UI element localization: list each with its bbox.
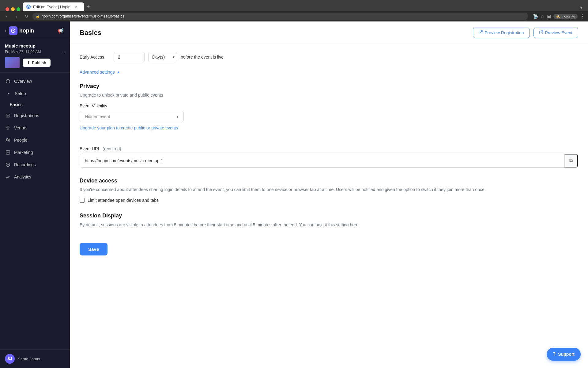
preview-event-button[interactable]: Preview Event (533, 28, 578, 38)
event-date: Fri, May 27, 11:00 AM ··· (5, 50, 65, 54)
sidebar-item-analytics[interactable]: Analytics (0, 171, 70, 183)
analytics-icon (5, 174, 11, 180)
incognito-badge: 🕵 Incognito (553, 14, 578, 19)
advanced-settings-label: Advanced settings (80, 70, 115, 75)
event-url-label: Event URL (required) (80, 146, 578, 151)
event-thumbnail: ⬆ Publish (5, 57, 65, 68)
maximize-window-button[interactable] (17, 7, 20, 11)
event-url-input[interactable] (80, 155, 564, 167)
overview-icon (5, 78, 11, 84)
sidebar-nav: Overview ▾ Setup Basics Registrations (0, 73, 70, 349)
venue-icon (5, 125, 11, 131)
security-icon: 🔒 (36, 14, 40, 18)
people-label: People (14, 138, 28, 143)
tab-favicon (26, 5, 31, 9)
bookmark-icon[interactable]: ☆ (541, 14, 545, 19)
main-content: Basics Preview Registration Preview Even… (70, 21, 588, 368)
publish-icon: ⬆ (27, 60, 30, 65)
main-header: Basics Preview Registration Preview Even… (70, 21, 588, 43)
toolbar-icons: 📡 ☆ ▣ 🕵 Incognito ⋮ (533, 13, 585, 19)
session-display-section: Session Display By default, sessions are… (80, 213, 578, 228)
main-body: Early Access Day(s) Hour(s) Week(s) befo… (70, 43, 588, 368)
registrations-icon (5, 113, 11, 119)
sidebar-item-people[interactable]: People (0, 134, 70, 146)
visibility-selected: Hidden event (85, 114, 110, 119)
browser-tabs: Edit an Event | Hopin ✕ + ▾ (0, 0, 588, 11)
sidebar-item-setup[interactable]: ▾ Setup (0, 87, 70, 100)
notification-button[interactable]: 📢 (56, 26, 65, 35)
early-access-input[interactable] (114, 52, 145, 62)
svg-point-5 (8, 127, 9, 128)
event-url-section: Event URL (required) ⧉ (80, 146, 578, 168)
privacy-desc: Upgrade to unlock private and public eve… (80, 92, 578, 98)
close-window-button[interactable] (6, 7, 9, 11)
registrations-label: Registrations (14, 113, 39, 118)
user-avatar: SJ (5, 354, 15, 364)
event-name: Music meetup (5, 43, 65, 48)
tab-close-button[interactable]: ✕ (74, 5, 78, 9)
extension-icon[interactable]: ▣ (547, 14, 551, 19)
support-button[interactable]: ? Support (547, 348, 581, 361)
setup-submenu: Basics (0, 100, 70, 109)
browser-menu-button[interactable]: ⋮ (580, 13, 585, 19)
advanced-settings-toggle[interactable]: Advanced settings ▲ (80, 70, 578, 75)
visibility-chevron-icon: ▾ (176, 114, 179, 119)
hopin-logo: hopin (9, 26, 34, 35)
device-access-desc: If you're concerned about attendees shar… (80, 186, 578, 193)
publish-button[interactable]: ⬆ Publish (23, 59, 51, 67)
svg-point-3 (6, 79, 10, 83)
browser-chrome: Edit an Event | Hopin ✕ + ▾ ‹ › ↻ 🔒 hopi… (0, 0, 588, 21)
sidebar-user: SJ Sarah Jonas (0, 349, 70, 368)
limit-devices-label[interactable]: Limit attendee open devices and tabs (88, 198, 159, 203)
session-display-title: Session Display (80, 213, 578, 219)
copy-url-button[interactable]: ⧉ (564, 154, 578, 167)
tab-title: Edit an Event | Hopin (33, 5, 70, 9)
recordings-icon (5, 162, 11, 168)
event-info: Music meetup Fri, May 27, 11:00 AM ··· ⬆… (0, 39, 70, 73)
reload-button[interactable]: ↻ (23, 13, 30, 20)
device-access-section: Device access If you're concerned about … (80, 178, 578, 203)
upgrade-link[interactable]: Upgrade your plan to create public or pr… (80, 125, 178, 130)
limit-devices-checkbox[interactable] (80, 198, 85, 203)
analytics-label: Analytics (14, 174, 31, 179)
svg-point-2 (13, 30, 14, 31)
sidebar-item-basics[interactable]: Basics (10, 100, 70, 109)
support-icon: ? (553, 351, 556, 357)
address-bar[interactable]: 🔒 hopin.com/organisers/events/music-meet… (32, 13, 528, 20)
svg-rect-4 (6, 114, 10, 117)
early-access-unit-select[interactable]: Day(s) Hour(s) Week(s) (148, 52, 177, 62)
sidebar-item-overview[interactable]: Overview (0, 75, 70, 87)
privacy-section: Privacy Upgrade to unlock private and pu… (80, 83, 578, 136)
sidebar-item-venue[interactable]: Venue (0, 122, 70, 134)
device-access-checkbox-row: Limit attendee open devices and tabs (80, 198, 578, 203)
external-link-2-icon (539, 30, 543, 35)
save-button[interactable]: Save (80, 243, 107, 255)
tab-list-button[interactable]: ▾ (578, 4, 585, 11)
page-title: Basics (80, 29, 101, 37)
sidebar-item-marketing[interactable]: Marketing (0, 146, 70, 159)
event-image (5, 57, 20, 68)
minimize-window-button[interactable] (11, 7, 15, 11)
external-link-icon (479, 30, 483, 35)
event-options-button[interactable]: ··· (62, 50, 65, 54)
sidebar-back-button[interactable]: ‹ (5, 28, 6, 33)
browser-tab[interactable]: Edit an Event | Hopin ✕ (23, 2, 84, 11)
device-access-title: Device access (80, 178, 578, 184)
sidebar-item-registrations[interactable]: Registrations (0, 109, 70, 122)
cast-icon[interactable]: 📡 (533, 14, 538, 19)
marketing-icon (5, 149, 11, 155)
browser-toolbar: ‹ › ↻ 🔒 hopin.com/organisers/events/musi… (0, 11, 588, 21)
early-access-unit-wrapper: Day(s) Hour(s) Week(s) (148, 52, 177, 62)
preview-registration-button[interactable]: Preview Registration (473, 28, 530, 38)
visibility-label: Event Visibility (80, 103, 578, 108)
app-layout: ‹ hopin 📢 Music meetup Fri, May 27, 11:0… (0, 21, 588, 368)
setup-chevron-icon: ▾ (6, 90, 12, 97)
forward-button[interactable]: › (13, 13, 20, 20)
recordings-label: Recordings (14, 162, 36, 167)
privacy-title: Privacy (80, 83, 578, 90)
sidebar-item-recordings[interactable]: Recordings (0, 159, 70, 171)
visibility-select[interactable]: Hidden event ▾ (80, 111, 184, 122)
back-button[interactable]: ‹ (3, 13, 10, 20)
sidebar-header: ‹ hopin 📢 (0, 21, 70, 39)
new-tab-button[interactable]: + (84, 2, 92, 11)
